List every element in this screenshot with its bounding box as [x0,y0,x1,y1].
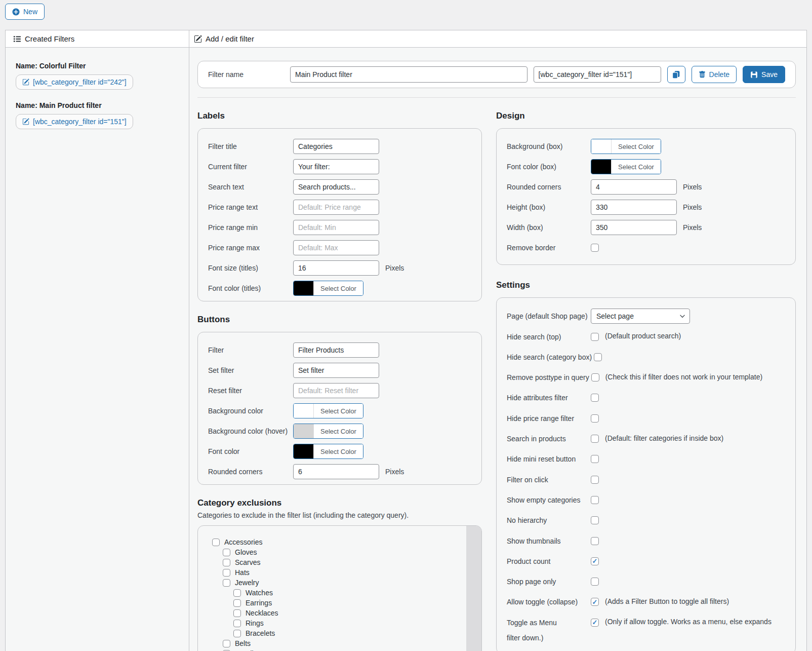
button-hover-color-picker[interactable]: Select Color [293,424,363,439]
hide-attributes-checkbox[interactable] [591,394,599,402]
no-hierarchy-checkbox[interactable] [591,516,599,524]
panel-header: Created Filters Add / edit filter [6,30,806,48]
category-row: Handbags [208,648,456,651]
category-checkbox[interactable] [233,630,241,637]
shortcode-input[interactable] [534,66,661,83]
category-checkbox[interactable] [223,549,230,556]
buttons-section-title: Buttons [197,315,482,325]
font-size-titles-input[interactable] [293,260,379,276]
setting-row: Hide attributes filter [507,390,785,405]
save-icon [750,71,758,79]
page-select[interactable]: Select page [591,309,690,324]
edit-icon [194,35,202,43]
category-checkbox[interactable] [233,620,241,627]
filter-name-label: Filter name [208,70,284,79]
field-label: Background color [208,407,293,415]
search-text-input[interactable] [293,179,379,195]
category-scrollbar[interactable] [466,526,481,651]
field-row: Font color Select Color [208,444,471,459]
category-row: Bracelets [208,628,456,638]
field-label: Font color [208,447,293,455]
shortcode-text: [wbc_category_filter id="151"] [33,118,127,126]
category-checkbox[interactable] [223,569,230,577]
category-checkbox[interactable] [212,539,220,546]
field-label: Height (box) [507,203,591,211]
button-rounded-corners-input[interactable] [293,464,379,479]
price-range-text-input[interactable] [293,200,379,215]
color-swatch [294,444,314,458]
font-color-titles-picker[interactable]: Select Color [293,281,363,296]
color-swatch [591,160,612,174]
field-row: Height (box) Pixels [507,200,785,215]
category-checkbox[interactable] [233,599,241,607]
tab-created-filters-label: Created Filters [25,34,74,43]
category-checkbox[interactable] [233,589,241,597]
remove-border-checkbox[interactable] [591,244,599,252]
field-label: Search text [208,183,293,191]
filter-button-text-input[interactable] [293,342,379,358]
color-swatch [294,404,314,418]
show-empty-categories-checkbox[interactable] [591,496,599,504]
current-filter-input[interactable] [293,159,379,174]
color-swatch [591,139,612,154]
field-label: Set filter [208,366,293,374]
field-label: Filter title [208,142,293,150]
edit-icon [22,79,29,86]
labels-section-title: Labels [197,111,482,121]
delete-button[interactable]: Delete [692,66,737,83]
allow-toggle-checkbox[interactable] [591,598,599,606]
box-rounded-corners-input[interactable] [591,179,677,195]
filter-name-heading: Name: Colorful Filter [16,62,179,70]
list-icon [13,35,21,43]
category-exclusions-description: Categories to exclude in the filter list… [197,511,482,519]
search-in-products-checkbox[interactable] [591,435,599,443]
filter-name-input[interactable] [290,66,527,83]
hide-price-range-checkbox[interactable] [591,414,599,423]
category-checkbox[interactable] [233,609,241,617]
remove-posttype-checkbox[interactable] [591,373,599,381]
setting-row: Filter on click [507,471,785,487]
toggle-as-menu-checkbox[interactable] [591,619,599,627]
filter-shortcode-button[interactable]: [wbc_category_filter id="151"] [16,114,133,129]
select-color-label: Select Color [314,444,363,458]
category-row: Jewelry [208,578,456,588]
reset-filter-text-input[interactable] [293,383,379,398]
field-row: Current filter [208,159,471,174]
button-font-color-picker[interactable]: Select Color [293,444,363,459]
filter-title-input[interactable] [293,139,379,154]
category-checkbox[interactable] [223,559,230,566]
price-range-max-input[interactable] [293,240,379,255]
button-background-color-picker[interactable]: Select Color [293,403,363,418]
new-filter-button[interactable]: New [5,4,45,20]
category-checkbox[interactable] [223,640,230,647]
tab-add-edit-filter[interactable]: Add / edit filter [189,30,254,47]
shop-page-only-checkbox[interactable] [591,578,599,586]
product-count-checkbox[interactable] [591,557,599,565]
show-thumbnails-checkbox[interactable] [591,537,599,545]
field-label: Rounded corners [208,468,293,476]
set-filter-text-input[interactable] [293,363,379,378]
field-row: Remove border [507,240,785,255]
price-range-min-input[interactable] [293,220,379,235]
tab-created-filters[interactable]: Created Filters [6,30,189,47]
hide-mini-reset-checkbox[interactable] [591,455,599,463]
hide-search-top-checkbox[interactable] [591,333,599,341]
labels-fieldset: Filter title Current filter Search text [197,128,482,301]
copy-shortcode-button[interactable] [667,66,685,83]
category-row: Belts [208,638,456,648]
hide-search-category-checkbox[interactable] [594,353,602,361]
setting-row: Hide search (category box) [507,349,785,365]
color-swatch [294,424,314,438]
category-checkbox[interactable] [223,579,230,587]
pixels-suffix: Pixels [385,468,404,476]
box-font-color-picker[interactable]: Select Color [591,159,661,174]
save-button[interactable]: Save [743,66,785,83]
pixels-suffix: Pixels [683,223,702,232]
box-height-input[interactable] [591,200,677,215]
box-background-color-picker[interactable]: Select Color [591,139,661,154]
box-width-input[interactable] [591,220,677,235]
filter-shortcode-button[interactable]: [wbc_category_filter id="242"] [16,74,133,90]
field-row: Filter title [208,139,471,154]
field-row: Price range text [208,200,471,215]
filter-on-click-checkbox[interactable] [591,476,599,484]
